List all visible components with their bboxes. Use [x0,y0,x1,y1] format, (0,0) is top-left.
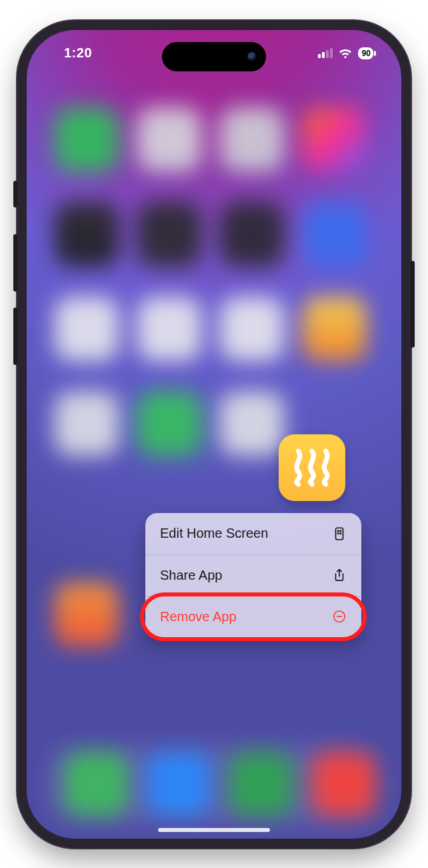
svg-rect-4 [339,532,341,534]
wifi-icon [338,48,353,59]
menu-item-label: Edit Home Screen [160,526,268,541]
home-screen-icon [332,526,347,541]
menu-item-label: Share App [160,568,222,583]
screen: 1:20 90 [27,30,401,839]
menu-item-label: Remove App [160,609,237,624]
volume-up-button[interactable] [13,234,17,292]
home-indicator[interactable] [158,828,270,832]
side-button[interactable] [411,261,415,348]
menu-item-edit-home-screen[interactable]: Edit Home Screen [145,513,361,554]
status-time: 1:20 [64,45,92,61]
remove-icon [332,609,347,624]
mute-switch[interactable] [13,181,17,207]
app-context-menu: Edit Home Screen Share App [145,513,361,637]
svg-rect-2 [339,530,341,532]
blurred-home-screen [27,30,401,839]
volume-down-button[interactable] [13,308,17,365]
battery-percentage: 90 [362,49,371,58]
svg-rect-0 [336,528,343,539]
share-icon [332,568,347,582]
battery-indicator: 90 [358,47,373,59]
svg-rect-3 [337,532,339,534]
menu-item-remove-app[interactable]: Remove App [145,596,361,637]
cellular-signal-icon [318,48,333,58]
svg-rect-1 [337,530,339,532]
menu-item-share-app[interactable]: Share App [145,554,361,596]
vibration-app-icon[interactable] [279,434,345,501]
iphone-frame: 1:20 90 [17,21,411,848]
dynamic-island [162,42,266,71]
